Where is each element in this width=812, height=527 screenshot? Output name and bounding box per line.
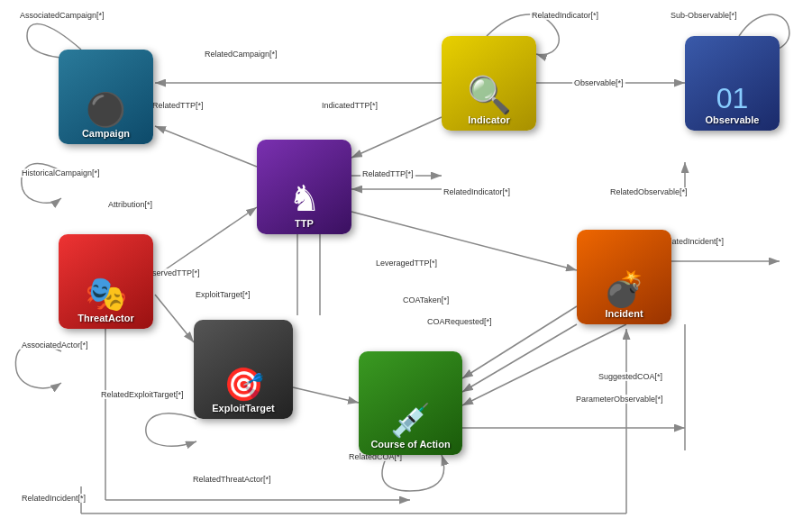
observable-label: Observable — [706, 114, 760, 125]
observable-icon: 01 — [716, 84, 749, 113]
indicator-icon: 🔍 — [467, 77, 512, 113]
label-exploit-target: ExploitTarget[*] — [194, 290, 252, 299]
label-related-exploit-target: RelatedExploitTarget[*] — [99, 390, 186, 399]
label-associated-actor: AssociatedActor[*] — [20, 341, 90, 350]
label-related-ttp-2: RelatedTTP[*] — [360, 169, 415, 178]
node-incident[interactable]: 💣 Incident — [577, 230, 671, 324]
campaign-icon: ⚫ — [86, 94, 126, 126]
svg-line-17 — [462, 324, 626, 405]
label-suggested-coa: SuggestedCOA[*] — [597, 372, 664, 381]
node-courseofaction[interactable]: 💉 Course of Action — [359, 351, 462, 455]
indicator-label: Indicator — [468, 114, 509, 125]
node-threatactor[interactable]: 🎭 ThreatActor — [59, 234, 153, 329]
exploittarget-icon: 🎯 — [224, 368, 264, 401]
label-leveraged-ttp: LeveragedTTP[*] — [374, 259, 439, 268]
label-related-indicator-1: RelatedIndicator[*] — [530, 11, 600, 20]
exploittarget-label: ExploitTarget — [212, 403, 274, 413]
label-observable: Observable[*] — [572, 78, 625, 87]
node-campaign[interactable]: ⚫ Campaign — [59, 50, 153, 144]
label-historical-campaign: HistoricalCampaign[*] — [20, 168, 102, 177]
label-related-campaign: RelatedCampaign[*] — [203, 50, 279, 59]
label-indicated-ttp: IndicatedTTP[*] — [320, 101, 379, 110]
svg-line-12 — [155, 295, 194, 342]
label-related-observable: RelatedObservable[*] — [608, 187, 689, 196]
label-sub-observable: Sub-Observable[*] — [669, 11, 739, 20]
label-related-indicator-2: RelatedIndicator[*] — [442, 187, 512, 196]
label-attribution: Attribution[*] — [106, 200, 154, 209]
label-assoc-campaign: AssociatedCampaign[*] — [18, 11, 106, 20]
svg-line-16 — [293, 387, 359, 403]
label-coa-taken: COATaken[*] — [401, 295, 451, 304]
node-ttp[interactable]: ♞ TTP — [257, 140, 351, 234]
campaign-label: Campaign — [82, 128, 130, 139]
svg-line-15 — [462, 324, 577, 392]
svg-line-5 — [155, 126, 257, 167]
label-parameter-observable: ParameterObservable[*] — [574, 395, 665, 404]
incident-label: Incident — [605, 308, 643, 319]
ttp-label: TTP — [295, 218, 314, 229]
label-related-ttp-1: RelatedTTP[*] — [151, 101, 205, 110]
svg-line-11 — [155, 207, 257, 277]
courseofaction-icon: 💉 — [390, 404, 431, 437]
label-related-threat-actor: RelatedThreatActor[*] — [191, 475, 273, 484]
ttp-icon: ♞ — [288, 180, 321, 216]
threatactor-label: ThreatActor — [78, 313, 133, 323]
threatactor-icon: 🎭 — [85, 277, 127, 311]
svg-line-3 — [351, 117, 442, 158]
incident-icon: 💣 — [603, 272, 645, 306]
label-related-incident-2: RelatedIncident[*] — [20, 494, 87, 503]
diagram-container: AssociatedCampaign[*] RelatedCampaign[*]… — [0, 0, 812, 527]
courseofaction-label: Course of Action — [370, 439, 450, 450]
label-coa-requested: COARequested[*] — [425, 317, 494, 326]
node-exploittarget[interactable]: 🎯 ExploitTarget — [194, 320, 293, 419]
node-observable[interactable]: 01 Observable — [685, 36, 780, 131]
node-indicator[interactable]: 🔍 Indicator — [442, 36, 536, 131]
